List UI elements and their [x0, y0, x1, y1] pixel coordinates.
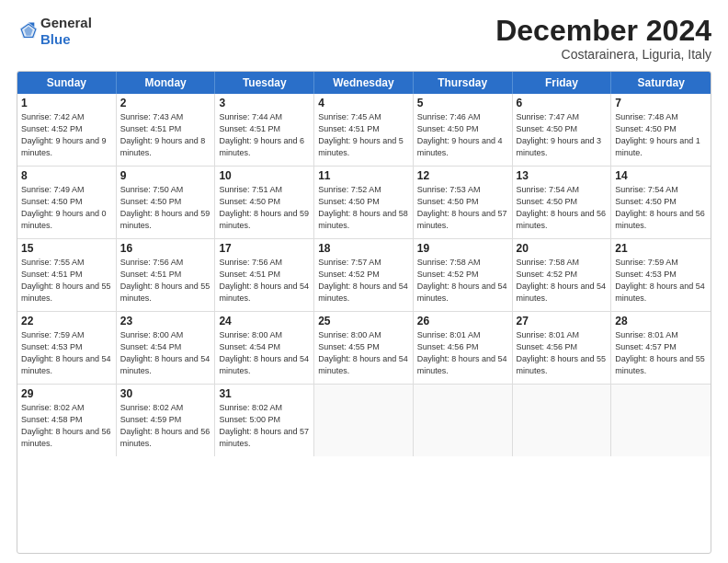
- day-empty-4: [611, 385, 711, 456]
- page: General Blue December 2024 Costarainera,…: [0, 0, 728, 563]
- day-empty-2: [414, 385, 513, 456]
- day-23: 23 Sunrise: 8:00 AM Sunset: 4:54 PM Dayl…: [117, 312, 216, 384]
- day-14: 14 Sunrise: 7:54 AM Sunset: 4:50 PM Dayl…: [611, 167, 711, 238]
- day-1-info: Sunrise: 7:42 AM Sunset: 4:52 PM Dayligh…: [21, 111, 112, 159]
- day-num-4: 4: [318, 97, 409, 109]
- calendar: Sunday Monday Tuesday Wednesday Thursday…: [17, 71, 711, 554]
- week-row-5: 29 Sunrise: 8:02 AM Sunset: 4:58 PM Dayl…: [17, 384, 711, 456]
- week-row-1: 1 Sunrise: 7:42 AM Sunset: 4:52 PM Dayli…: [17, 94, 711, 166]
- logo-text: General Blue: [40, 15, 92, 48]
- day-2: 2 Sunrise: 7:43 AM Sunset: 4:51 PM Dayli…: [117, 94, 216, 166]
- header-sunday: Sunday: [17, 72, 117, 94]
- day-13: 13 Sunrise: 7:54 AM Sunset: 4:50 PM Dayl…: [513, 167, 612, 238]
- day-17: 17 Sunrise: 7:56 AM Sunset: 4:51 PM Dayl…: [215, 239, 314, 311]
- day-9: 9 Sunrise: 7:50 AM Sunset: 4:50 PM Dayli…: [117, 167, 216, 238]
- day-30: 30 Sunrise: 8:02 AM Sunset: 4:59 PM Dayl…: [117, 385, 216, 456]
- week-row-2: 8 Sunrise: 7:49 AM Sunset: 4:50 PM Dayli…: [17, 166, 711, 238]
- day-3: 3 Sunrise: 7:44 AM Sunset: 4:51 PM Dayli…: [215, 94, 314, 166]
- day-5-info: Sunrise: 7:46 AM Sunset: 4:50 PM Dayligh…: [417, 111, 508, 159]
- day-3-info: Sunrise: 7:44 AM Sunset: 4:51 PM Dayligh…: [219, 111, 310, 159]
- logo-icon: [18, 21, 39, 41]
- logo-general: General: [40, 15, 92, 31]
- location: Costarainera, Liguria, Italy: [495, 47, 711, 62]
- calendar-body: 1 Sunrise: 7:42 AM Sunset: 4:52 PM Dayli…: [17, 94, 711, 456]
- day-18: 18 Sunrise: 7:57 AM Sunset: 4:52 PM Dayl…: [314, 239, 414, 311]
- logo-blue: Blue: [40, 31, 92, 48]
- calendar-header: Sunday Monday Tuesday Wednesday Thursday…: [17, 72, 711, 94]
- header-saturday: Saturday: [611, 72, 711, 94]
- day-21: 21 Sunrise: 7:59 AM Sunset: 4:53 PM Dayl…: [611, 239, 711, 311]
- day-26: 26 Sunrise: 8:01 AM Sunset: 4:56 PM Dayl…: [414, 312, 513, 384]
- day-24: 24 Sunrise: 8:00 AM Sunset: 4:54 PM Dayl…: [215, 312, 314, 384]
- day-num-5: 5: [417, 97, 508, 109]
- header-wednesday: Wednesday: [314, 72, 414, 94]
- logo: General Blue: [17, 15, 92, 48]
- day-22: 22 Sunrise: 7:59 AM Sunset: 4:53 PM Dayl…: [17, 312, 117, 384]
- header: General Blue December 2024 Costarainera,…: [17, 15, 711, 62]
- day-num-3: 3: [219, 97, 310, 109]
- month-title: December 2024: [495, 15, 711, 47]
- day-28: 28 Sunrise: 8:01 AM Sunset: 4:57 PM Dayl…: [611, 312, 711, 384]
- day-2-info: Sunrise: 7:43 AM Sunset: 4:51 PM Dayligh…: [120, 111, 211, 159]
- day-6-info: Sunrise: 7:47 AM Sunset: 4:50 PM Dayligh…: [517, 111, 608, 159]
- day-12: 12 Sunrise: 7:53 AM Sunset: 4:50 PM Dayl…: [414, 167, 513, 238]
- header-friday: Friday: [513, 72, 612, 94]
- day-7-info: Sunrise: 7:48 AM Sunset: 4:50 PM Dayligh…: [615, 111, 707, 159]
- day-5: 5 Sunrise: 7:46 AM Sunset: 4:50 PM Dayli…: [414, 94, 513, 166]
- week-row-3: 15 Sunrise: 7:55 AM Sunset: 4:51 PM Dayl…: [17, 238, 711, 311]
- day-num-1: 1: [21, 97, 112, 109]
- header-monday: Monday: [117, 72, 216, 94]
- day-num-7: 7: [615, 97, 707, 109]
- day-15: 15 Sunrise: 7:55 AM Sunset: 4:51 PM Dayl…: [17, 239, 117, 311]
- day-20: 20 Sunrise: 7:58 AM Sunset: 4:52 PM Dayl…: [513, 239, 612, 311]
- day-empty-3: [513, 385, 612, 456]
- day-25: 25 Sunrise: 8:00 AM Sunset: 4:55 PM Dayl…: [314, 312, 414, 384]
- title-section: December 2024 Costarainera, Liguria, Ita…: [495, 15, 711, 62]
- day-num-2: 2: [120, 97, 211, 109]
- day-6: 6 Sunrise: 7:47 AM Sunset: 4:50 PM Dayli…: [513, 94, 612, 166]
- day-7: 7 Sunrise: 7:48 AM Sunset: 4:50 PM Dayli…: [611, 94, 711, 166]
- day-empty-1: [314, 385, 414, 456]
- header-tuesday: Tuesday: [215, 72, 314, 94]
- week-row-4: 22 Sunrise: 7:59 AM Sunset: 4:53 PM Dayl…: [17, 311, 711, 384]
- day-4: 4 Sunrise: 7:45 AM Sunset: 4:51 PM Dayli…: [314, 94, 414, 166]
- day-16: 16 Sunrise: 7:56 AM Sunset: 4:51 PM Dayl…: [117, 239, 216, 311]
- header-thursday: Thursday: [414, 72, 513, 94]
- day-num-6: 6: [517, 97, 608, 109]
- day-29: 29 Sunrise: 8:02 AM Sunset: 4:58 PM Dayl…: [17, 385, 117, 456]
- day-27: 27 Sunrise: 8:01 AM Sunset: 4:56 PM Dayl…: [513, 312, 612, 384]
- day-4-info: Sunrise: 7:45 AM Sunset: 4:51 PM Dayligh…: [318, 111, 409, 159]
- day-31: 31 Sunrise: 8:02 AM Sunset: 5:00 PM Dayl…: [215, 385, 314, 456]
- day-8: 8 Sunrise: 7:49 AM Sunset: 4:50 PM Dayli…: [17, 167, 117, 238]
- day-10: 10 Sunrise: 7:51 AM Sunset: 4:50 PM Dayl…: [215, 167, 314, 238]
- day-19: 19 Sunrise: 7:58 AM Sunset: 4:52 PM Dayl…: [414, 239, 513, 311]
- day-11: 11 Sunrise: 7:52 AM Sunset: 4:50 PM Dayl…: [314, 167, 414, 238]
- day-1: 1 Sunrise: 7:42 AM Sunset: 4:52 PM Dayli…: [17, 94, 117, 166]
